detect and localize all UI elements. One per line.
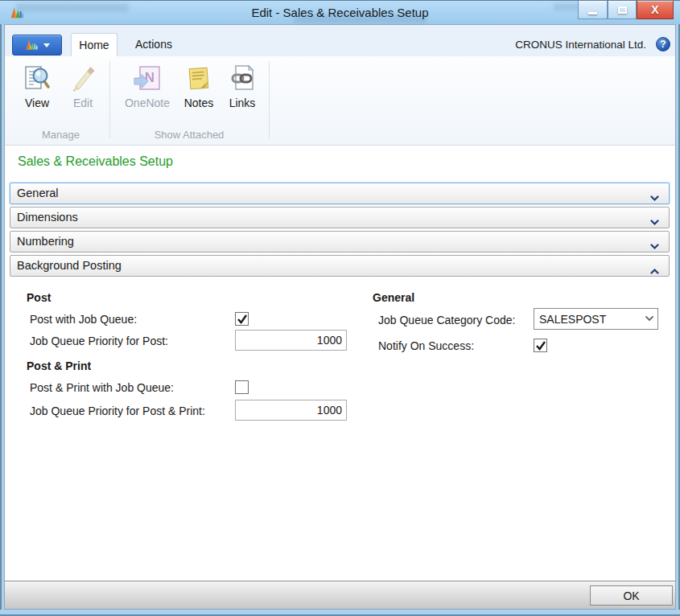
window-frame-right xyxy=(676,24,680,616)
notify-on-success-label: Notify On Success: xyxy=(378,339,474,352)
app-logo-icon xyxy=(25,39,38,51)
post-print-with-job-queue-checkbox[interactable] xyxy=(235,380,249,394)
window-frame-left xyxy=(0,24,4,616)
titlebar[interactable]: Edit - Sales & Receivables Setup X xyxy=(0,0,680,24)
maximize-icon xyxy=(618,6,627,14)
job-queue-category-code-dropdown[interactable]: SALESPOST xyxy=(534,308,658,330)
fasttab-general[interactable]: General xyxy=(10,183,670,204)
fasttab-dimensions[interactable]: Dimensions xyxy=(10,207,670,228)
checkmark-icon xyxy=(535,340,546,351)
chevron-down-icon xyxy=(43,43,50,47)
group-heading-general: General xyxy=(373,291,414,304)
edit-button: Edit xyxy=(64,63,102,121)
job-queue-priority-post-label: Job Queue Priority for Post: xyxy=(30,335,168,347)
chevron-down-icon xyxy=(650,239,659,245)
fasttab-background-posting[interactable]: Background Posting xyxy=(10,255,670,277)
footer-bar: OK xyxy=(4,581,676,610)
view-document-magnifier-icon xyxy=(23,64,52,93)
notes-button-label: Notes xyxy=(184,97,214,109)
fasttab-background-posting-label: Background Posting xyxy=(17,256,122,276)
fasttab-general-label: General xyxy=(17,183,59,203)
company-name: CRONUS International Ltd. xyxy=(515,33,646,56)
onenote-icon: N xyxy=(133,64,162,93)
chevron-down-icon xyxy=(641,316,657,322)
ribbon-separator xyxy=(269,61,270,138)
window-frame-bottom xyxy=(0,610,680,616)
ribbon: View Edit N xyxy=(4,56,676,146)
ok-button[interactable]: OK xyxy=(590,585,673,606)
post-with-job-queue-label: Post with Job Queue: xyxy=(30,313,137,326)
edit-pencil-icon xyxy=(68,64,97,93)
view-button[interactable]: View xyxy=(16,63,58,121)
notes-sticky-icon xyxy=(184,64,213,93)
help-button[interactable]: ? xyxy=(656,37,670,51)
checkmark-icon xyxy=(237,314,248,325)
job-queue-priority-post-print-input[interactable] xyxy=(235,400,347,421)
minimize-button[interactable] xyxy=(578,1,608,19)
minimize-icon xyxy=(588,12,597,14)
group-heading-post: Post xyxy=(27,291,51,304)
links-chain-icon xyxy=(228,64,257,93)
fasttab-dimensions-label: Dimensions xyxy=(17,207,78,228)
links-button-label: Links xyxy=(229,97,256,109)
maximize-button[interactable] xyxy=(608,1,637,19)
edit-button-label: Edit xyxy=(73,97,93,109)
fasttab-numbering[interactable]: Numbering xyxy=(10,231,670,253)
links-button[interactable]: Links xyxy=(223,63,262,121)
ribbon-tabstrip: Home Actions CRONUS International Ltd. ? xyxy=(4,24,676,56)
tab-actions[interactable]: Actions xyxy=(125,33,183,56)
window-edit-sales-receivables-setup: Edit - Sales & Receivables Setup X Home … xyxy=(0,0,680,616)
close-icon: X xyxy=(651,3,658,16)
fasttab-numbering-label: Numbering xyxy=(17,232,74,252)
ribbon-group-show-attached-label: Show Attached xyxy=(109,127,269,143)
application-menu-button[interactable] xyxy=(12,35,62,55)
chevron-down-icon xyxy=(650,215,659,221)
notes-button[interactable]: Notes xyxy=(179,63,219,121)
notify-on-success-checkbox[interactable] xyxy=(534,339,547,352)
post-with-job-queue-checkbox[interactable] xyxy=(235,312,249,326)
post-print-with-job-queue-label: Post & Print with Job Queue: xyxy=(30,381,174,394)
page-title: Sales & Receivables Setup xyxy=(18,154,173,169)
job-queue-category-code-label: Job Queue Category Code: xyxy=(378,314,515,326)
onenote-button-label: OneNote xyxy=(125,97,170,109)
chevron-up-icon xyxy=(650,263,659,269)
job-queue-priority-post-input[interactable] xyxy=(235,330,347,351)
close-button[interactable]: X xyxy=(637,1,674,19)
onenote-button: N OneNote xyxy=(118,63,176,121)
tab-home[interactable]: Home xyxy=(71,33,117,56)
chevron-down-icon xyxy=(650,191,659,197)
view-button-label: View xyxy=(25,97,49,109)
ribbon-group-manage-label: Manage xyxy=(12,127,109,143)
group-heading-post-and-print: Post & Print xyxy=(27,359,91,372)
job-queue-priority-post-print-label: Job Queue Priority for Post & Print: xyxy=(30,405,205,417)
job-queue-category-code-value: SALESPOST xyxy=(534,313,641,326)
